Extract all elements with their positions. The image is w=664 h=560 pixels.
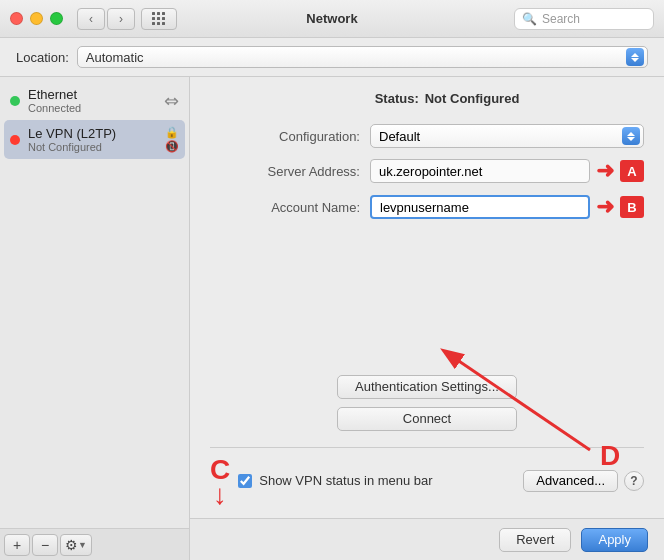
network-name-vpn: Le VPN (L2TP) [28, 126, 157, 141]
search-box[interactable]: 🔍 Search [514, 8, 654, 30]
network-status-ethernet: Connected [28, 102, 156, 114]
right-panel: Status: Not Configured Configuration: De… [190, 77, 664, 560]
connect-button[interactable]: Connect [337, 407, 517, 431]
location-select[interactable]: Automatic Edit Locations... [77, 46, 648, 68]
traffic-lights [10, 12, 63, 25]
account-name-input[interactable] [370, 195, 590, 219]
configuration-label: Configuration: [210, 129, 360, 144]
network-status-vpn: Not Configured [28, 141, 157, 153]
arrows-icon: ⇔ [164, 90, 179, 112]
annotation-a-badge: A [620, 160, 644, 182]
location-bar: Location: Automatic Edit Locations... [0, 38, 664, 77]
account-name-row: Account Name: ➜ B [210, 194, 644, 220]
advanced-button[interactable]: Advanced... [523, 470, 618, 492]
titlebar: ‹ › Network 🔍 Search [0, 0, 664, 38]
arrow-b-annotation: ➜ [596, 194, 614, 220]
help-button[interactable]: ? [624, 471, 644, 491]
search-input[interactable]: Search [542, 12, 580, 26]
server-address-input[interactable] [370, 159, 590, 183]
show-vpn-checkbox[interactable] [238, 474, 252, 488]
form-area: Configuration: Default [210, 124, 644, 367]
arrow-a-annotation: ➜ [596, 158, 614, 184]
window-footer: Revert Apply [190, 518, 664, 560]
status-dot-green [10, 96, 20, 106]
bottom-area: C ↓ Show VPN status in menu bar Advanced… [210, 447, 644, 510]
bottom-right-buttons: Advanced... ? [523, 470, 644, 492]
c-down-arrow: ↓ [213, 484, 227, 506]
status-dot-red [10, 135, 20, 145]
grid-view-button[interactable] [141, 8, 177, 30]
search-icon: 🔍 [522, 12, 537, 26]
close-button[interactable] [10, 12, 23, 25]
server-address-label: Server Address: [210, 164, 360, 179]
status-row: Status: Not Configured [210, 91, 644, 106]
network-list: Ethernet Connected ⇔ Le VPN (L2TP) Not C… [0, 77, 189, 528]
gear-icon: ⚙ [65, 537, 78, 553]
network-item-vpn[interactable]: Le VPN (L2TP) Not Configured 🔒 📵 [4, 120, 185, 159]
maximize-button[interactable] [50, 12, 63, 25]
configuration-row: Configuration: Default [210, 124, 644, 148]
network-settings-gear-button[interactable]: ⚙ ▼ [60, 534, 92, 556]
forward-button[interactable]: › [107, 8, 135, 30]
remove-network-button[interactable]: − [32, 534, 58, 556]
configuration-select[interactable]: Default [370, 124, 644, 148]
revert-button[interactable]: Revert [499, 528, 571, 552]
status-value: Not Configured [425, 91, 520, 106]
action-buttons-area: Authentication Settings... Connect [210, 375, 644, 431]
apply-button[interactable]: Apply [581, 528, 648, 552]
gear-dropdown-arrow: ▼ [78, 540, 87, 550]
network-item-ethernet[interactable]: Ethernet Connected ⇔ [0, 81, 189, 120]
window-title: Network [306, 11, 357, 26]
show-vpn-label: Show VPN status in menu bar [259, 473, 432, 488]
back-button[interactable]: ‹ [77, 8, 105, 30]
checkbox-row: Show VPN status in menu bar [238, 473, 523, 488]
annotation-b-badge: B [620, 196, 644, 218]
auth-settings-button[interactable]: Authentication Settings... [337, 375, 517, 399]
minimize-button[interactable] [30, 12, 43, 25]
sidebar: Ethernet Connected ⇔ Le VPN (L2TP) Not C… [0, 77, 190, 560]
lock-wifi-icon: 🔒 📵 [165, 126, 179, 153]
status-label: Status: [375, 91, 419, 106]
sidebar-toolbar: + − ⚙ ▼ [0, 528, 189, 560]
server-address-row: Server Address: ➜ A [210, 158, 644, 184]
network-name-ethernet: Ethernet [28, 87, 156, 102]
account-name-label: Account Name: [210, 200, 360, 215]
nav-buttons: ‹ › [77, 8, 135, 30]
add-network-button[interactable]: + [4, 534, 30, 556]
location-label: Location: [16, 50, 69, 65]
